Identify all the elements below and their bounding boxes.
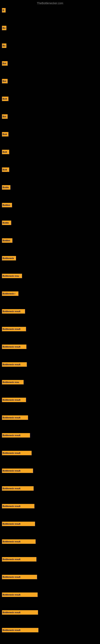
bar-label: Bottleneck result [2,309,25,314]
bar-row: Bottleneck result [2,396,98,413]
bar-label: Bottleneck result [2,539,36,544]
bar-row: Bottleneck result [2,431,98,449]
bars-container: BBoBoBotBotBottBotBottBottBottBottleBott… [0,6,100,644]
bar-label: Bottleneck result [2,327,26,331]
bar-label: Bottleneck result [2,522,35,526]
bar-label: Bottleneck result [2,398,26,402]
bar-row: Bottle [2,218,98,236]
bar-label: Bottlen [2,238,12,243]
bar-row: Bottleneck result [2,325,98,342]
bar-row: Bottleneck resu [2,272,98,290]
bar-row: Bott [2,148,98,166]
bar-label: Bot [2,114,8,119]
bar-row: Bottlen [2,236,98,254]
bar-row: Bott [2,130,98,148]
bar-row: Bot [2,59,98,77]
bar-row: Bo [2,24,98,42]
bar-label: Bottleneck result [2,433,30,438]
bar-label: Bottleneck result [2,344,26,349]
bar-row: Bottleneck resu [2,378,98,396]
bar-row: Bottleneck result [2,573,98,590]
bar-label: Bottleneck result [2,592,38,597]
bar-row: Bottleneck result [2,608,98,626]
bar-row: Bottleneck result [2,342,98,360]
bar-label: Bottleneck result [2,557,36,562]
bar-row: Bottleneck result [2,466,98,484]
bar-row: Bottleneck result [2,360,98,378]
bar-label: Bottleneck result [2,468,33,473]
bar-label: Bottleneck result [2,628,38,632]
bar-row: Bottleneck [2,254,98,272]
bar-row: Bottlen [2,201,98,218]
bar-row: Bottleneck result [2,484,98,502]
bar-row: Bottleneck result [2,555,98,573]
bar-label: Bot [2,79,8,83]
bar-row: Bottleneck result [2,449,98,466]
bar-label: Bottleneck result [2,451,32,455]
bar-label: Bottleneck result [2,610,38,614]
bar-label: Bottlen [2,203,12,207]
bar-label: Bott [2,168,9,172]
bar-row: Bott [2,94,98,112]
bar-row: Bottleneck result [2,520,98,537]
bar-row: Bott [2,166,98,183]
bar-label: Bo [2,26,6,30]
bar-row: Bo [2,42,98,59]
bar-label: Bo [2,44,6,48]
bar-label: Bottle [2,220,11,225]
bar-row: Bot [2,112,98,130]
bar-row: Bottleneck result [2,626,98,644]
bar-row: Bottleneck result [2,413,98,431]
bar-label: Bott [2,150,9,154]
bar-label: Bottleneck result [2,575,37,579]
bar-row: Bot [2,77,98,94]
bar-label: Bott [2,132,8,136]
bar-label: Bott [2,96,8,101]
bar-label: Bottleneck result [2,362,27,367]
bar-label: Bottleneck result [2,416,28,420]
bar-row: Bottleneck result [2,307,98,325]
bar-label: Bottle [2,185,10,190]
bar-row: Bottleneck result [2,502,98,520]
bar-row: Bottle [2,183,98,201]
bar-label: Bottleneck result [2,504,34,508]
bar-label: Bot [2,61,8,66]
bar-row: Bottleneck result [2,590,98,608]
bar-row: Bottleneck r [2,290,98,307]
bar-label: B [2,8,6,12]
bar-label: Bottleneck r [2,292,18,296]
bar-label: Bottleneck resu [2,274,22,278]
bar-label: Bottleneck [2,256,16,260]
site-title: TheBottlenecker.com [0,0,100,6]
bar-label: Bottleneck resu [2,380,24,384]
bar-row: B [2,6,98,24]
bar-label: Bottleneck result [2,486,34,491]
bar-row: Bottleneck result [2,537,98,555]
